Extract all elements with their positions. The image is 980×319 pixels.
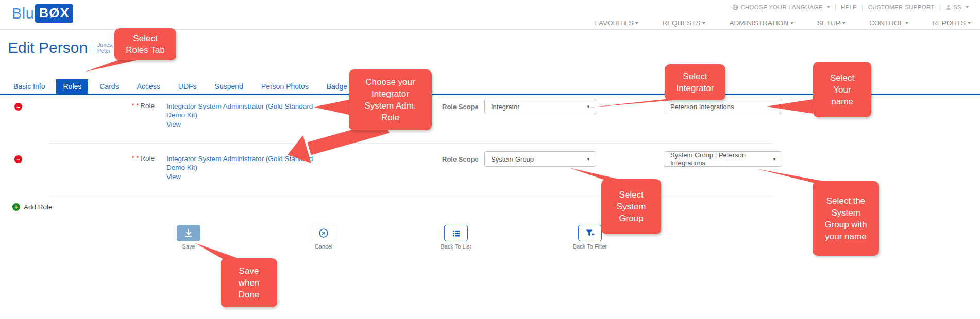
required-marker: * * (132, 154, 139, 162)
role-field-label: * *Role (92, 154, 155, 162)
edit-person-page: CHOOSE YOUR LANGUAGE | HELP | CUSTOMER S… (0, 0, 980, 319)
chevron-down-icon (702, 22, 705, 24)
select-caret-icon: ▼ (586, 157, 590, 162)
remove-role-icon[interactable]: − (14, 155, 22, 163)
callout-select-group-with-name: Select the System Group with your name (813, 181, 879, 256)
required-marker: * * (132, 102, 139, 110)
nav-setup[interactable]: SETUP (817, 19, 846, 27)
callout-save-when-done: Save when Done (221, 258, 277, 307)
chevron-down-icon (790, 22, 793, 24)
help-link[interactable]: HELP (841, 4, 857, 10)
title-separator (93, 41, 93, 55)
tab-suspend[interactable]: Suspend (208, 79, 250, 94)
back-to-list-label: Back To List (441, 243, 471, 250)
select-caret-icon: ▼ (772, 157, 776, 162)
scope-target-value: Peterson Integrations (670, 103, 734, 111)
customer-support-link[interactable]: CUSTOMER SUPPORT (868, 4, 935, 10)
chevron-down-icon (905, 22, 908, 24)
language-menu[interactable]: CHOOSE YOUR LANGUAGE (732, 4, 830, 10)
scope-target-value: System Group : Peterson Integrations (670, 151, 768, 167)
cancel-button[interactable]: Cancel (300, 225, 347, 250)
select-caret-icon: ▼ (772, 104, 776, 109)
back-to-filter-label: Back To Filter (573, 243, 607, 250)
callout-select-integrator: Select Integrator (665, 64, 725, 100)
page-title: Edit Person (8, 39, 88, 57)
user-icon (945, 5, 951, 10)
nav-requests[interactable]: REQUESTS (662, 19, 705, 27)
tab-cards[interactable]: Cards (93, 79, 125, 94)
role-cell: Integrator System Administrator (Gold St… (166, 154, 327, 181)
globe-icon (732, 4, 738, 10)
select-caret-icon: ▼ (586, 104, 590, 109)
chevron-down-icon (842, 22, 846, 24)
role-scope-label: Role Scope (442, 155, 479, 163)
callout-choose-role: Choose your Integrator System Adm. Role (349, 69, 432, 130)
save-label: Save (182, 243, 195, 250)
tab-basic-info[interactable]: Basic Info (7, 79, 52, 94)
nav-favorites[interactable]: FAVORITES (595, 19, 638, 27)
tab-roles[interactable]: Roles (56, 79, 88, 94)
divider: | (939, 4, 941, 11)
nav-administration[interactable]: ADMINISTRATION (729, 19, 793, 27)
language-label: CHOOSE YOUR LANGUAGE (740, 4, 822, 10)
nav-control[interactable]: CONTROL (869, 19, 908, 27)
logo-text-box: BØX (35, 4, 73, 23)
role-name-link[interactable]: Integrator System Administrator (Gold St… (166, 155, 313, 171)
divider: | (861, 4, 863, 11)
back-to-list-button[interactable]: Back To List (432, 225, 480, 250)
cancel-label: Cancel (315, 243, 332, 250)
main-nav: FAVORITES REQUESTS ADMINISTRATION SETUP … (595, 19, 971, 27)
user-menu[interactable]: SS (945, 4, 969, 10)
nav-reports[interactable]: REPORTS (932, 19, 971, 27)
role-scope-value: Integrator (491, 103, 520, 111)
view-role-link[interactable]: View (166, 172, 181, 181)
person-name: Jones, Peter (97, 42, 113, 54)
list-icon (444, 225, 468, 241)
add-role-label: Add Role (24, 203, 53, 211)
tab-access[interactable]: Access (130, 79, 167, 94)
role-cell: Integrator System Administrator (Gold St… (166, 102, 327, 129)
callout-select-system-group: Select System Group (601, 179, 661, 234)
chevron-down-icon (827, 6, 830, 8)
view-role-link[interactable]: View (166, 120, 181, 129)
title-block: Edit Person Jones, Peter (8, 39, 113, 57)
save-icon (177, 225, 200, 241)
chevron-down-icon (635, 22, 638, 24)
chevron-down-icon (966, 6, 969, 8)
tab-person-photos[interactable]: Person Photos (255, 79, 315, 94)
role-scope-select[interactable]: System Group ▼ (484, 151, 596, 167)
logo-text-blu: Blu (12, 5, 34, 22)
scope-target-select[interactable]: Peterson Integrations ▼ (664, 99, 782, 114)
chevron-down-icon (968, 22, 971, 24)
person-tabs: Basic Info Roles Cards Access UDFs Suspe… (7, 79, 400, 94)
role-field-label: * *Role (92, 102, 155, 110)
add-role-button[interactable]: + Add Role (12, 203, 53, 211)
blubox-logo[interactable]: Blu BØX (12, 4, 73, 23)
cancel-icon (312, 225, 335, 241)
save-button[interactable]: Save (165, 225, 212, 250)
role-scope-select[interactable]: Integrator ▼ (484, 99, 596, 114)
tab-udfs[interactable]: UDFs (172, 79, 204, 94)
callout-select-your-name: Select Your name (813, 62, 871, 117)
user-initials: SS (953, 4, 961, 10)
row-divider (49, 143, 773, 144)
callout-select-roles-tab: Select Roles Tab (114, 28, 176, 60)
scope-target-select[interactable]: System Group : Peterson Integrations ▼ (664, 151, 782, 167)
utility-bar: CHOOSE YOUR LANGUAGE | HELP | CUSTOMER S… (732, 4, 969, 11)
remove-role-icon[interactable]: − (14, 103, 22, 111)
role-name-link[interactable]: Integrator System Administrator (Gold St… (166, 102, 313, 119)
row-divider (49, 196, 773, 196)
filter-icon (578, 225, 602, 241)
role-scope-label: Role Scope (442, 103, 479, 111)
role-scope-value: System Group (491, 155, 534, 163)
add-role-icon: + (12, 203, 20, 211)
divider: | (835, 4, 836, 11)
